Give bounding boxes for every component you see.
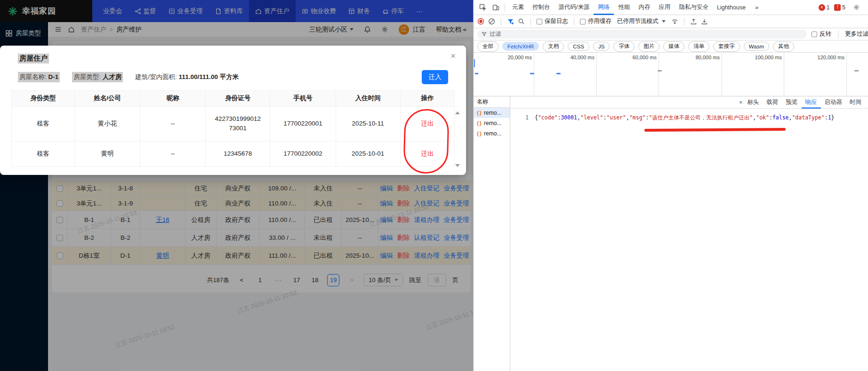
- resident-cell: 2025-10-01: [336, 141, 400, 166]
- residents-column-header: 入住时间: [336, 91, 400, 106]
- resident-cell: --: [140, 106, 206, 141]
- move-in-button[interactable]: 迁入: [422, 70, 448, 84]
- response-body: 1 {"code":30001,"level":"user","msg":"该住…: [510, 114, 868, 122]
- error-badge[interactable]: ×1: [819, 4, 830, 11]
- filter-chip-其他[interactable]: 其他: [773, 41, 794, 52]
- timeline-gridline: [722, 53, 722, 96]
- inspect-element-icon[interactable]: [476, 1, 489, 14]
- json-token: "该住户主体不是公司，无法执行租户迁出": [649, 114, 753, 121]
- filter-chip-套接字[interactable]: 套接字: [713, 41, 740, 52]
- network-overview-timeline[interactable]: 20,000 ms40,000 ms60,000 ms80,000 ms100,…: [474, 53, 868, 96]
- residents-column-header: 姓名/公司: [74, 91, 140, 106]
- timeline-tick-label: 20,000 ms: [492, 55, 532, 60]
- devtools-settings-icon[interactable]: [850, 1, 862, 14]
- resident-cell: 422730199901273001: [206, 106, 270, 141]
- timeline-tick-label: 120,000 ms: [805, 55, 844, 60]
- network-main: 名称 {}remo...{}remo...{}remo... × 标头载荷预览响…: [474, 96, 868, 371]
- filter-chip-字体[interactable]: 字体: [613, 41, 635, 52]
- device-toolbar-icon[interactable]: [490, 1, 502, 14]
- more-filters-button[interactable]: 更多过滤: [845, 30, 868, 38]
- detail-tab-时间[interactable]: 时间: [846, 96, 865, 109]
- json-token: :: [769, 114, 772, 121]
- devtools-panel: 元素控制台源代码/来源网络性能内存应用隐私与安全Lighthouse » ×1 …: [473, 0, 868, 371]
- json-token: "code": [538, 114, 558, 121]
- json-token: 1: [828, 114, 831, 121]
- filter-chip-Fetch/XHR[interactable]: Fetch/XHR: [502, 42, 539, 51]
- json-braces-icon: {}: [476, 121, 482, 126]
- checkbox-icon: [580, 19, 586, 24]
- filter-chip-媒体[interactable]: 媒体: [663, 41, 684, 52]
- more-tabs-chevron[interactable]: »: [751, 0, 763, 15]
- import-har-icon[interactable]: [690, 18, 697, 25]
- devtools-badges: ×1 !5: [819, 1, 865, 14]
- devtools-tab-应用[interactable]: 应用: [654, 0, 675, 15]
- invert-checkbox[interactable]: 反转: [812, 30, 831, 38]
- resident-cell: 12345678: [206, 141, 270, 166]
- residents-table: 身份类型姓名/公司昵称身份证号手机号入住时间操作租客黄小花--422730199…: [11, 90, 455, 167]
- filter-chip-清单[interactable]: 清单: [688, 41, 709, 52]
- checkbox-icon: [812, 32, 817, 37]
- devtools-tab-源代码/来源[interactable]: 源代码/来源: [555, 0, 594, 15]
- move-out-link[interactable]: 迁出: [421, 150, 434, 157]
- scroll-up-icon[interactable]: [455, 111, 460, 114]
- export-har-icon[interactable]: [701, 18, 708, 25]
- record-icon[interactable]: [477, 18, 484, 25]
- residents-column-header: 操作: [400, 91, 454, 106]
- filter-chip-Wasm[interactable]: Wasm: [744, 42, 769, 51]
- detail-tab-启动器[interactable]: 启动器: [821, 96, 846, 109]
- devtools-tab-性能[interactable]: 性能: [614, 0, 634, 15]
- detail-tab-响应[interactable]: 响应: [802, 96, 821, 109]
- close-icon[interactable]: ×: [450, 52, 456, 60]
- timeline-tick-label: 80,000 ms: [680, 55, 720, 60]
- request-name: remo...: [484, 130, 501, 137]
- modal-title: 房屋住户: [18, 54, 49, 63]
- json-token: "user": [606, 114, 626, 121]
- house-type-field: 房屋类型: 人才房: [72, 72, 123, 82]
- devtools-tab-网络[interactable]: 网络: [594, 0, 614, 15]
- divider: [684, 18, 684, 25]
- filter-chip-图片[interactable]: 图片: [638, 41, 659, 52]
- property-management-app: 幸福家园 业委会监督业务受理资料库资产住户物业收费财务停车⋯ 房屋类型 资产住户…: [0, 0, 473, 371]
- disable-cache-checkbox[interactable]: 停用缓存: [580, 17, 611, 25]
- request-row[interactable]: {}remo...: [474, 118, 510, 128]
- request-marker: [530, 73, 534, 74]
- filter-chip-文档[interactable]: 文档: [543, 41, 564, 52]
- timeline-tick-label: 40,000 ms: [555, 55, 595, 60]
- close-detail-icon[interactable]: ×: [739, 99, 743, 106]
- move-out-link[interactable]: 迁出: [421, 120, 434, 127]
- filter-input[interactable]: 过滤: [477, 30, 807, 39]
- resident-cell: 租客: [12, 141, 74, 166]
- detail-tab-预览[interactable]: 预览: [782, 96, 802, 109]
- request-row[interactable]: {}remo...: [474, 108, 510, 118]
- scroll-down-icon[interactable]: [455, 164, 460, 167]
- filter-chip-JS[interactable]: JS: [593, 42, 610, 51]
- devtools-tab-内存[interactable]: 内存: [634, 0, 654, 15]
- devtools-tab-元素[interactable]: 元素: [508, 0, 528, 15]
- detail-tabs: × 标头载荷预览响应启动器时间: [510, 96, 868, 109]
- search-icon[interactable]: [518, 18, 525, 25]
- timeline-gridline: [659, 53, 659, 96]
- filter-placeholder: 过滤: [490, 30, 501, 38]
- devtools-tab-控制台[interactable]: 控制台: [528, 0, 555, 15]
- request-marker: [475, 73, 478, 74]
- timeline-gridline: [846, 53, 847, 96]
- throttling-select[interactable]: 已停用节流模式: [615, 17, 667, 25]
- devtools-tab-Lighthouse[interactable]: Lighthouse: [713, 0, 750, 15]
- request-row[interactable]: {}remo...: [474, 128, 510, 139]
- filter-chip-CSS[interactable]: CSS: [568, 42, 589, 51]
- filter-chip-全部[interactable]: 全部: [477, 41, 498, 52]
- issues-badge[interactable]: !5: [834, 4, 845, 11]
- request-list: 名称 {}remo...{}remo...{}remo...: [474, 96, 510, 371]
- preserve-log-checkbox[interactable]: 保留日志: [537, 17, 568, 25]
- request-type-chips: 全部Fetch/XHR文档CSSJS字体图片媒体清单套接字Wasm其他: [474, 40, 868, 53]
- request-name: remo...: [484, 110, 501, 116]
- devtools-tab-隐私与安全[interactable]: 隐私与安全: [675, 0, 713, 15]
- detail-tab-载荷[interactable]: 载荷: [763, 96, 782, 109]
- json-token: {: [535, 114, 538, 121]
- residents-column-header: 身份类型: [12, 91, 74, 106]
- house-name-field: 房屋名称: D-1: [18, 72, 60, 82]
- clear-icon[interactable]: [488, 18, 495, 25]
- detail-tab-标头[interactable]: 标头: [744, 96, 763, 109]
- network-conditions-icon[interactable]: [671, 18, 678, 25]
- filter-funnel-icon[interactable]: [507, 18, 514, 25]
